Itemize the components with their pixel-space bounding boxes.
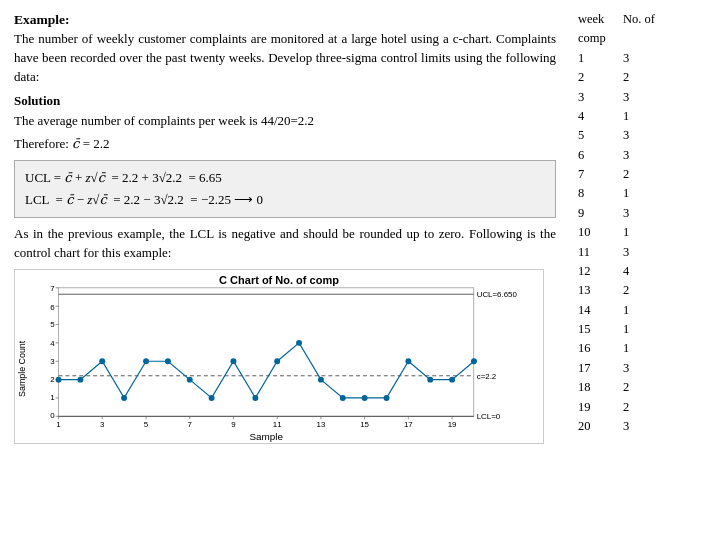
week-cell: 12 [578, 262, 623, 281]
no-cell: 2 [623, 398, 663, 417]
no-cell: 3 [623, 49, 663, 68]
svg-text:3: 3 [100, 420, 105, 429]
data-table: week comp No. of 1 3 2 2 3 3 4 1 5 3 6 3… [570, 0, 720, 540]
table-row: 8 1 [578, 184, 712, 203]
lcl-label: LCL=0 [477, 412, 501, 421]
week-cell: 1 [578, 49, 623, 68]
data-point [252, 395, 258, 401]
week-cell: 4 [578, 107, 623, 126]
week-cell: 18 [578, 378, 623, 397]
table-row: 4 1 [578, 107, 712, 126]
data-point [121, 395, 127, 401]
data-point [449, 376, 455, 382]
no-cell: 1 [623, 339, 663, 358]
svg-text:7: 7 [188, 420, 192, 429]
no-cell: 3 [623, 359, 663, 378]
main-content: Example: The number of weekly customer c… [0, 0, 570, 540]
svg-text:5: 5 [50, 320, 55, 329]
data-point [187, 376, 193, 382]
lcl-formula: LCL = c̄ − z√c̄ = 2.2 − 3√2.2 = −2.25 ⟶ … [25, 189, 545, 211]
table-row: 6 3 [578, 146, 712, 165]
no-cell: 2 [623, 281, 663, 300]
svg-text:19: 19 [448, 420, 457, 429]
data-point [405, 358, 411, 364]
solution-line2: Therefore: c̄ = 2.2 [14, 134, 556, 154]
no-cell: 1 [623, 301, 663, 320]
svg-text:11: 11 [273, 420, 282, 429]
y-axis-label: Sample Count [17, 340, 27, 397]
ucl-formula: UCL = c̄ + z√c̄ = 2.2 + 3√2.2 = 6.65 [25, 167, 545, 189]
x-axis-label: Sample [249, 431, 283, 442]
no-cell: 3 [623, 204, 663, 223]
table-row: 5 3 [578, 126, 712, 145]
no-cell: 3 [623, 417, 663, 436]
table-row: 20 3 [578, 417, 712, 436]
cl-label: c=2.2 [477, 371, 497, 380]
week-cell: 10 [578, 223, 623, 242]
week-cell: 14 [578, 301, 623, 320]
week-cell: 17 [578, 359, 623, 378]
svg-text:2: 2 [50, 374, 54, 383]
table-row: 1 3 [578, 49, 712, 68]
svg-text:13: 13 [317, 420, 326, 429]
chart-container: C Chart of No. of comp Sample Count UCL=… [14, 269, 544, 444]
week-cell: 13 [578, 281, 623, 300]
no-cell: 3 [623, 88, 663, 107]
solution-line1: The average number of complaints per wee… [14, 111, 556, 131]
data-point [99, 358, 105, 364]
svg-text:1: 1 [56, 420, 60, 429]
table-rows: 1 3 2 2 3 3 4 1 5 3 6 3 7 2 8 1 9 3 10 1… [578, 49, 712, 437]
data-point [274, 358, 280, 364]
data-point [230, 358, 236, 364]
no-cell: 1 [623, 107, 663, 126]
table-row: 13 2 [578, 281, 712, 300]
week-cell: 20 [578, 417, 623, 436]
svg-text:15: 15 [360, 420, 369, 429]
data-point [471, 358, 477, 364]
table-row: 19 2 [578, 398, 712, 417]
week-cell: 7 [578, 165, 623, 184]
week-cell: 2 [578, 68, 623, 87]
svg-text:9: 9 [231, 420, 236, 429]
svg-text:7: 7 [50, 283, 54, 292]
no-cell: 3 [623, 243, 663, 262]
no-cell: 1 [623, 223, 663, 242]
chart-svg: Sample Count UCL=6.650 c=2.2 LCL=0 7 6 5… [15, 270, 543, 443]
week-cell: 6 [578, 146, 623, 165]
svg-text:6: 6 [50, 302, 55, 311]
no-cell: 2 [623, 68, 663, 87]
table-row: 10 1 [578, 223, 712, 242]
data-point [318, 376, 324, 382]
data-point [384, 395, 390, 401]
table-row: 12 4 [578, 262, 712, 281]
data-point [209, 395, 215, 401]
data-point [427, 376, 433, 382]
table-row: 18 2 [578, 378, 712, 397]
svg-rect-0 [59, 288, 474, 417]
table-row: 16 1 [578, 339, 712, 358]
svg-text:0: 0 [50, 411, 55, 420]
svg-text:17: 17 [404, 420, 413, 429]
example-title: Example: [14, 12, 556, 28]
no-cell: 2 [623, 165, 663, 184]
solution-title: Solution [14, 93, 556, 109]
week-cell: 16 [578, 339, 623, 358]
week-cell: 5 [578, 126, 623, 145]
no-cell: 1 [623, 184, 663, 203]
no-cell: 2 [623, 378, 663, 397]
week-cell: 3 [578, 88, 623, 107]
table-row: 9 3 [578, 204, 712, 223]
data-point [77, 376, 83, 382]
data-point [143, 358, 149, 364]
week-cell: 19 [578, 398, 623, 417]
no-cell: 3 [623, 146, 663, 165]
table-row: 7 2 [578, 165, 712, 184]
no-cell: 3 [623, 126, 663, 145]
data-point [296, 340, 302, 346]
svg-text:5: 5 [144, 420, 149, 429]
formula-box: UCL = c̄ + z√c̄ = 2.2 + 3√2.2 = 6.65 LCL… [14, 160, 556, 218]
data-point [340, 395, 346, 401]
header-no: No. of [623, 10, 663, 49]
no-cell: 4 [623, 262, 663, 281]
week-cell: 15 [578, 320, 623, 339]
